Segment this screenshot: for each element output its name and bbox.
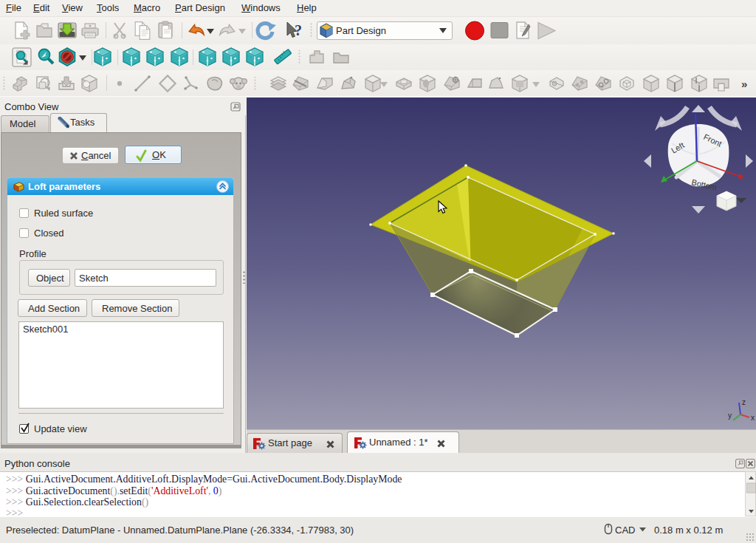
svg-text:»: » bbox=[741, 78, 747, 90]
svg-text:y: y bbox=[728, 411, 732, 420]
svg-text:x: x bbox=[751, 414, 755, 422]
svg-text:?: ? bbox=[295, 22, 302, 38]
svg-text:z: z bbox=[742, 398, 746, 406]
